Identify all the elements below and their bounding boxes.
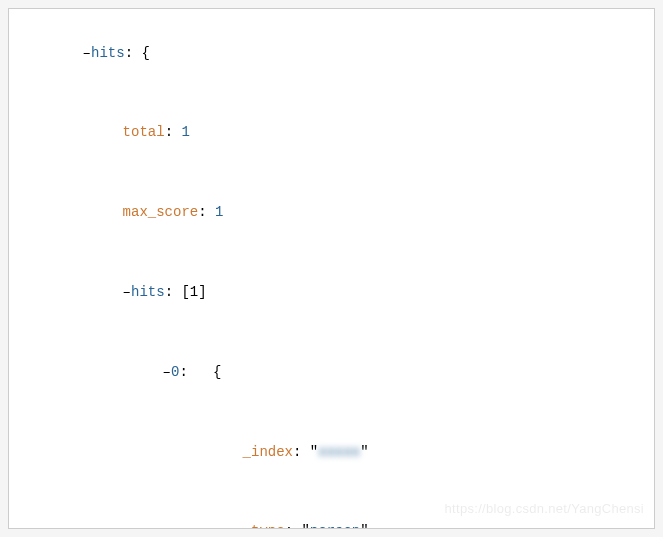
hits-object-line: –hits: { (19, 13, 644, 93)
max-score-line: max_score: 1 (19, 173, 644, 253)
value-type: person (310, 523, 360, 529)
json-viewer: –hits: { total: 1 max_score: 1 –hits: [1… (8, 8, 655, 529)
toggle-icon[interactable]: – (83, 45, 91, 61)
watermark: https://blog.csdn.net/YangChensi (445, 497, 644, 522)
key-hits: hits (91, 45, 125, 61)
toggle-icon[interactable]: – (163, 364, 171, 380)
item0-line: –0: { (19, 332, 644, 412)
key-max-score: max_score (123, 204, 199, 220)
value-total: 1 (181, 124, 189, 140)
key-hits-arr: hits (131, 284, 165, 300)
key-type: _type (243, 523, 285, 529)
index-line: _index: "xxxxx" (19, 412, 644, 492)
toggle-icon[interactable]: – (123, 284, 131, 300)
key-total: total (123, 124, 165, 140)
value-index: xxxxx (318, 444, 360, 460)
array-length: [1] (181, 284, 206, 300)
value-max-score: 1 (215, 204, 223, 220)
total-line: total: 1 (19, 93, 644, 173)
hits-array-line: –hits: [1] (19, 252, 644, 332)
key-index: _index (243, 444, 293, 460)
